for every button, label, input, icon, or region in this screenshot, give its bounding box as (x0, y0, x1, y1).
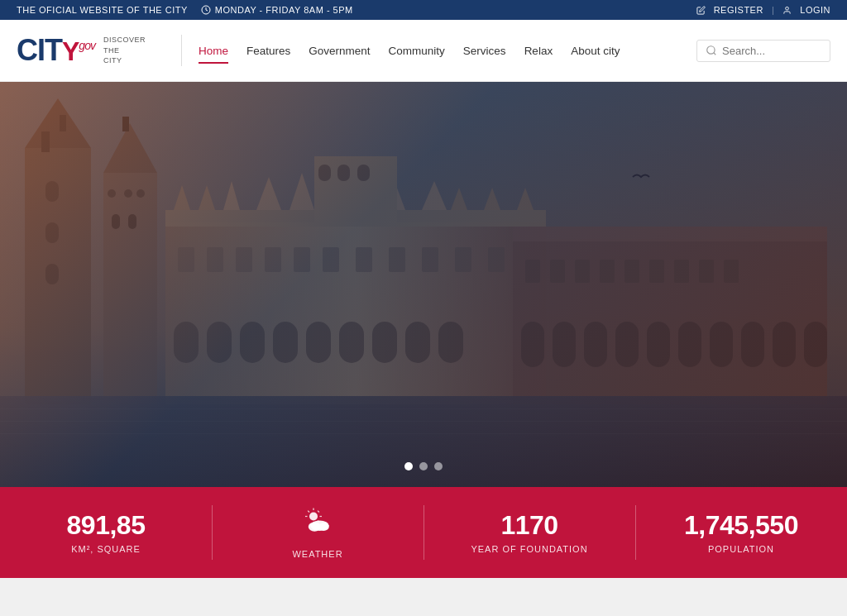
search-input[interactable] (722, 45, 821, 57)
header: CITYgov DISCOVERTHECITY Home Features Go… (0, 20, 847, 82)
stat-foundation-label: YEAR OF FOUNDATION (471, 544, 587, 554)
stat-foundation-number: 1170 (500, 511, 557, 540)
svg-point-93 (318, 523, 329, 531)
hero-dot-2[interactable] (419, 462, 428, 470)
clock-icon (201, 5, 211, 15)
hours-text: MONDAY - FRIDAY 8AM - 5PM (215, 5, 353, 15)
login-link[interactable]: LOGIN (800, 5, 830, 15)
pencil-icon (696, 6, 706, 15)
logo-city: CITYgov (17, 36, 95, 65)
nav-about-city[interactable]: About city (571, 41, 620, 60)
svg-line-90 (318, 511, 319, 513)
nav-services[interactable]: Services (463, 41, 506, 60)
svg-point-83 (309, 513, 318, 521)
hero-overlay (0, 82, 847, 487)
nav-relax[interactable]: Relax (524, 41, 553, 60)
logo-subtitle: DISCOVERTHECITY (103, 35, 146, 66)
svg-line-88 (308, 511, 309, 513)
hero-dot-1[interactable] (404, 462, 413, 470)
stat-square-number: 891,85 (67, 511, 146, 540)
footer-area (0, 578, 847, 616)
stat-foundation: 1170 YEAR OF FOUNDATION (424, 487, 635, 578)
hero-dot-3[interactable] (434, 462, 443, 470)
stat-population: 1,745,550 POPULATION (635, 487, 847, 578)
stat-weather: WEATHER (212, 487, 424, 578)
hero-section (0, 82, 847, 487)
stat-weather-label: WEATHER (292, 549, 342, 559)
nav-government[interactable]: Government (309, 41, 370, 60)
register-link[interactable]: REGISTER (714, 5, 763, 15)
search-box[interactable] (696, 40, 830, 62)
logo: CITYgov DISCOVERTHECITY (17, 35, 182, 66)
user-icon (782, 6, 792, 15)
stat-population-label: POPULATION (708, 544, 774, 554)
top-bar: THE OFICIAL WEBSITE OF THE CITY MONDAY -… (0, 0, 847, 20)
stats-bar: 891,85 KM², SQUARE WEATHER (0, 487, 847, 578)
stat-square-label: KM², SQUARE (71, 544, 141, 554)
nav-community[interactable]: Community (389, 41, 445, 60)
nav-features[interactable]: Features (246, 41, 290, 60)
stat-square: 891,85 KM², SQUARE (0, 487, 212, 578)
stat-population-number: 1,745,550 (684, 511, 798, 540)
weather-icon-container (301, 506, 334, 546)
cloud-sun-icon (301, 506, 334, 539)
search-icon (706, 45, 717, 56)
official-text: THE OFICIAL WEBSITE OF THE CITY (17, 5, 188, 15)
logo-y: Y (62, 36, 79, 66)
main-nav: Home Features Government Community Servi… (199, 41, 696, 60)
hero-indicators (404, 462, 443, 470)
svg-point-1 (786, 7, 789, 10)
nav-home[interactable]: Home (199, 41, 228, 60)
svg-point-2 (707, 46, 715, 54)
